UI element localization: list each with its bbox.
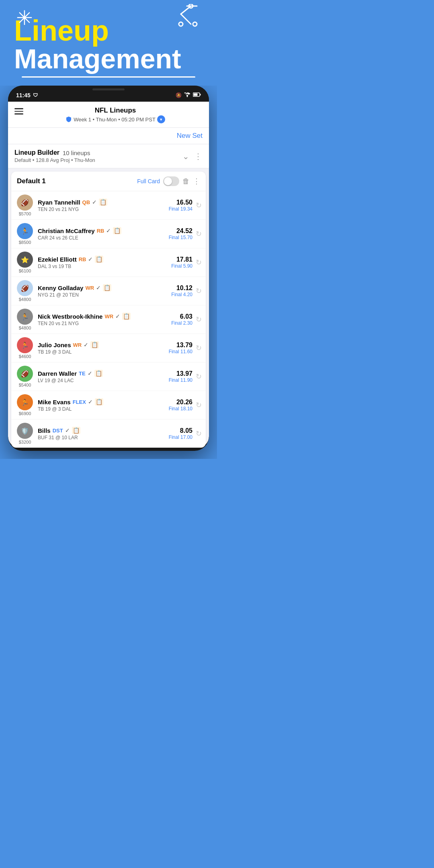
player-matchup: TEN 20 vs 21 NYG [38,321,165,326]
swap-player-button[interactable]: ↻ [196,372,202,381]
player-salary: $5700 [19,211,31,216]
player-score: 8.05 [168,427,192,434]
player-name: Bills [38,427,51,434]
player-score: 10.12 [168,285,192,292]
player-name-row: Julio Jones WR ✓ 📋 [38,341,165,348]
check-icon: ✓ [88,256,93,262]
new-set-button[interactable]: New Set [177,132,203,140]
check-icon: ✓ [84,342,88,348]
player-avatar-col: 🏈 $5700 [15,194,35,216]
player-score-col: 13.97 Final 11.90 [168,370,192,383]
player-matchup: NYG 21 @ 20 TEN [38,292,165,298]
swap-player-button[interactable]: ↻ [196,258,202,267]
player-card-icon[interactable]: 📋 [95,256,103,263]
card-more-button[interactable]: ⋮ [193,177,200,186]
player-name: Kenny Golladay [38,285,83,291]
hamburger-menu[interactable] [14,106,23,115]
check-icon: ✓ [115,313,120,319]
player-score-col: 17.81 Final 5.90 [168,256,192,269]
player-avatar: 🏈 [17,366,33,382]
player-final-score: Final 11.90 [168,377,192,383]
swap-player-button[interactable]: ↻ [196,229,202,238]
player-score: 13.97 [168,370,192,377]
player-card-icon[interactable]: 📋 [103,284,111,291]
player-score-col: 16.50 Final 19.34 [168,199,192,212]
player-card-icon[interactable]: 📋 [95,398,103,405]
player-position: FLEX [73,399,86,405]
swap-player-button[interactable]: ↻ [196,315,202,324]
player-card-icon[interactable]: 📋 [113,227,121,234]
player-avatar: 🏈 [17,194,33,211]
swap-player-button[interactable]: ↻ [196,344,202,352]
lineup-builder-header: Lineup Builder 10 lineups Default • 128.… [8,144,209,168]
nav-subtitle: Week 1 • Thu-Mon • 05:20 PM PST ▾ [28,115,203,123]
phone-notch [92,88,125,90]
player-salary: $3200 [19,440,31,444]
player-card-icon[interactable]: 📋 [122,313,131,320]
player-info: Ezekiel Elliott RB ✓ 📋 DAL 3 vs 19 TB [38,256,165,269]
nav-title: NFL Lineups [28,106,203,115]
player-position: WR [85,285,94,291]
player-info: Ryan Tannehill QB ✓ 📋 TEN 20 vs 21 NYG [38,199,165,212]
player-position: WR [73,342,82,348]
player-avatar: 🏃 [17,309,33,325]
swap-player-button[interactable]: ↻ [196,429,202,438]
player-info: Mike Evans FLEX ✓ 📋 TB 19 @ 3 DAL [38,398,165,412]
player-card-icon[interactable]: 📋 [94,370,103,377]
player-info: Nick Westbrook-Ikhine WR ✓ 📋 TEN 20 vs 2… [38,313,165,326]
player-final-score: Final 11.60 [168,349,192,354]
lineup-builder-more[interactable]: ⋮ [194,151,203,161]
hero-section: ✳ Lineup Management [0,0,217,86]
svg-rect-8 [200,94,201,96]
nav-center: NFL Lineups Week 1 • Thu-Mon • 05:20 PM … [28,106,203,123]
check-icon: ✓ [65,427,70,434]
lineup-builder-title: Lineup Builder 10 lineups [14,149,179,156]
player-name-row: Bills DST ✓ 📋 [38,427,165,434]
player-score: 17.81 [168,256,192,263]
swap-player-button[interactable]: ↻ [196,401,202,409]
player-row: 🏃 $4800 Nick Westbrook-Ikhine WR ✓ 📋 TEN… [11,305,206,334]
player-row: 🏃 $6900 Mike Evans FLEX ✓ 📋 TB 19 @ 3 DA… [11,391,206,420]
player-final-score: Final 19.34 [168,206,192,212]
swap-player-button[interactable]: ↻ [196,201,202,210]
player-row: 🏃 $4600 Julio Jones WR ✓ 📋 TB 19 @ 3 DAL… [11,334,206,362]
lineup-builder-info: Lineup Builder 10 lineups Default • 128.… [14,149,179,163]
status-left: 11:45 🛡 [16,92,38,98]
full-card-toggle[interactable] [163,176,179,186]
player-position: TE [79,371,86,377]
player-avatar-col: 🛡️ $3200 [15,423,35,444]
player-matchup: TB 19 @ 3 DAL [38,349,165,355]
delete-card-button[interactable]: 🗑 [182,177,190,186]
player-score: 20.26 [168,399,192,406]
management-word: Management [14,45,205,72]
swap-player-button[interactable]: ↻ [196,287,202,295]
status-right: 🔕 [176,92,201,98]
card-header: Default 1 Full Card 🗑 ⋮ [11,172,206,191]
player-name-row: Christian McCaffrey RB ✓ 📋 [38,227,165,234]
player-avatar: 🏃 [17,223,33,239]
player-card-icon[interactable]: 📋 [72,427,80,434]
battery-icon [193,92,201,98]
player-matchup: CAR 24 vs 26 CLE [38,235,165,241]
player-card-icon[interactable]: 📋 [99,199,107,206]
player-info: Christian McCaffrey RB ✓ 📋 CAR 24 vs 26 … [38,227,165,241]
toggle-thumb [164,177,172,185]
check-icon: ✓ [88,370,92,377]
dropdown-chevron[interactable]: ▾ [157,115,165,123]
player-score-col: 8.05 Final 17.00 [168,427,192,440]
full-card-label[interactable]: Full Card [137,178,160,184]
lineup-builder-chevron[interactable]: ⌄ [182,151,189,161]
check-icon: ✓ [106,227,111,234]
player-card-icon[interactable]: 📋 [90,341,99,348]
player-name: Ezekiel Elliott [38,256,77,263]
player-name: Julio Jones [38,342,71,348]
player-salary: $6100 [19,268,31,273]
player-name-row: Darren Waller TE ✓ 📋 [38,370,165,377]
player-matchup: LV 19 @ 24 LAC [38,378,165,383]
player-avatar-col: ⭐ $6100 [15,252,35,273]
new-set-bar: New Set [8,128,209,144]
player-avatar-col: 🏈 $5400 [15,366,35,387]
svg-point-4 [193,22,197,26]
player-position: WR [104,313,113,319]
bell-muted-icon: 🔕 [176,92,182,98]
